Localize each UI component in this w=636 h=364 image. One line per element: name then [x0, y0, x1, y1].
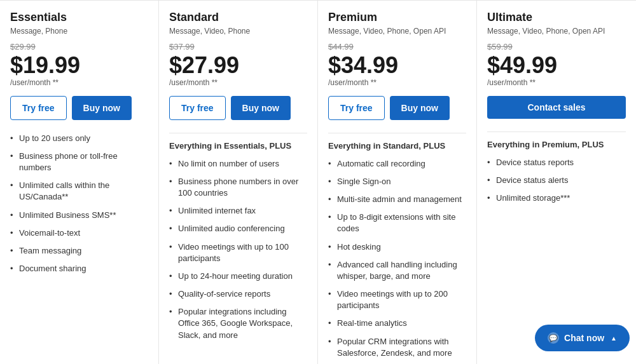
original-price-essentials: $29.99 — [10, 42, 148, 51]
price-note-premium: /user/month ** — [328, 78, 466, 87]
plan-essentials: Essentials Message, Phone $29.99 $19.99 … — [0, 1, 159, 364]
original-price-standard: $37.99 — [169, 42, 307, 51]
list-item: Voicemail-to-text — [10, 227, 148, 239]
list-item: Up to 24-hour meeting duration — [169, 271, 307, 282]
list-item: Business phone or toll-free numbers — [10, 151, 148, 173]
plus-label-premium: Everything in Standard, PLUS — [328, 133, 466, 151]
plan-name-essentials: Essentials — [10, 11, 148, 24]
feature-list-standard: No limit on number of users Business pho… — [169, 158, 307, 341]
plan-ultimate: Ultimate Message, Video, Phone, Open API… — [477, 1, 636, 364]
current-price-ultimate: $49.99 — [487, 53, 626, 78]
list-item: Video meetings with up to 100 participan… — [169, 241, 307, 264]
list-item: Real-time analytics — [328, 318, 466, 329]
btn-row-ultimate: Contact sales — [487, 96, 626, 119]
list-item: Up to 8-digit extensions with site codes — [328, 212, 466, 234]
list-item: Quality-of-service reports — [169, 288, 307, 300]
try-free-essentials[interactable]: Try free — [10, 96, 67, 120]
list-item: Popular CRM integrations with Salesforce… — [328, 336, 466, 359]
list-item: Multi-site admin and management — [328, 194, 466, 205]
list-item: No limit on number of users — [169, 158, 307, 170]
btn-row-premium: Try free Buy now — [328, 96, 466, 120]
plan-name-premium: Premium — [328, 11, 466, 24]
plan-subtitle-premium: Message, Video, Phone, Open API — [328, 27, 466, 36]
btn-row-standard: Try free Buy now — [169, 96, 307, 120]
feature-list-essentials: Up to 20 users only Business phone or to… — [10, 133, 148, 275]
plus-label-ultimate: Everything in Premium, PLUS — [487, 131, 626, 149]
buy-now-essentials[interactable]: Buy now — [72, 96, 132, 120]
list-item: Device status reports — [487, 157, 626, 168]
list-item: Hot desking — [328, 241, 466, 253]
list-item: Document sharing — [10, 263, 148, 274]
plan-standard: Standard Message, Video, Phone $37.99 $2… — [159, 1, 318, 364]
list-item: Unlimited audio conferencing — [169, 223, 307, 234]
current-price-essentials: $19.99 — [10, 53, 148, 78]
chat-label: Chat now — [564, 333, 604, 343]
list-item: Popular integrations including Office 36… — [169, 306, 307, 341]
list-item: Business phone numbers in over 100 count… — [169, 176, 307, 199]
plan-subtitle-ultimate: Message, Video, Phone, Open API — [487, 27, 626, 36]
feature-list-premium: Automatic call recording Single Sign-on … — [328, 158, 466, 359]
list-item: Video meetings with up to 200 participan… — [328, 288, 466, 311]
plus-label-standard: Everything in Essentials, PLUS — [169, 133, 307, 151]
price-note-ultimate: /user/month ** — [487, 78, 626, 87]
original-price-ultimate: $59.99 — [487, 42, 626, 51]
list-item: Single Sign-on — [328, 176, 466, 187]
try-free-premium[interactable]: Try free — [328, 96, 385, 120]
original-price-premium: $44.99 — [328, 42, 466, 51]
list-item: Device status alerts — [487, 175, 626, 186]
list-item: Unlimited internet fax — [169, 205, 307, 217]
list-item: Up to 20 users only — [10, 133, 148, 144]
btn-row-essentials: Try free Buy now — [10, 96, 148, 120]
plan-name-standard: Standard — [169, 11, 307, 24]
price-note-standard: /user/month ** — [169, 78, 307, 87]
list-item: Unlimited storage*** — [487, 192, 626, 204]
plan-name-ultimate: Ultimate — [487, 11, 626, 24]
buy-now-premium[interactable]: Buy now — [390, 96, 450, 120]
plan-subtitle-essentials: Message, Phone — [10, 27, 148, 36]
list-item: Automatic call recording — [328, 158, 466, 170]
contact-sales-ultimate[interactable]: Contact sales — [487, 96, 626, 119]
list-item: Advanced call handling including whisper… — [328, 259, 466, 282]
current-price-premium: $34.99 — [328, 53, 466, 78]
list-item: Team messaging — [10, 245, 148, 257]
buy-now-standard[interactable]: Buy now — [231, 96, 291, 120]
chat-now-button[interactable]: 💬 Chat now ▲ — [535, 325, 630, 351]
plan-subtitle-standard: Message, Video, Phone — [169, 27, 307, 36]
try-free-standard[interactable]: Try free — [169, 96, 226, 120]
feature-list-ultimate: Device status reports Device status aler… — [487, 157, 626, 205]
price-note-essentials: /user/month ** — [10, 78, 148, 87]
pricing-grid: Essentials Message, Phone $29.99 $19.99 … — [0, 0, 636, 364]
plan-premium: Premium Message, Video, Phone, Open API … — [318, 1, 477, 364]
list-item: Unlimited calls within the US/Canada** — [10, 180, 148, 203]
current-price-standard: $27.99 — [169, 53, 307, 78]
list-item: Unlimited Business SMS** — [10, 210, 148, 221]
chevron-up-icon: ▲ — [611, 335, 617, 342]
chat-icon: 💬 — [548, 332, 559, 344]
